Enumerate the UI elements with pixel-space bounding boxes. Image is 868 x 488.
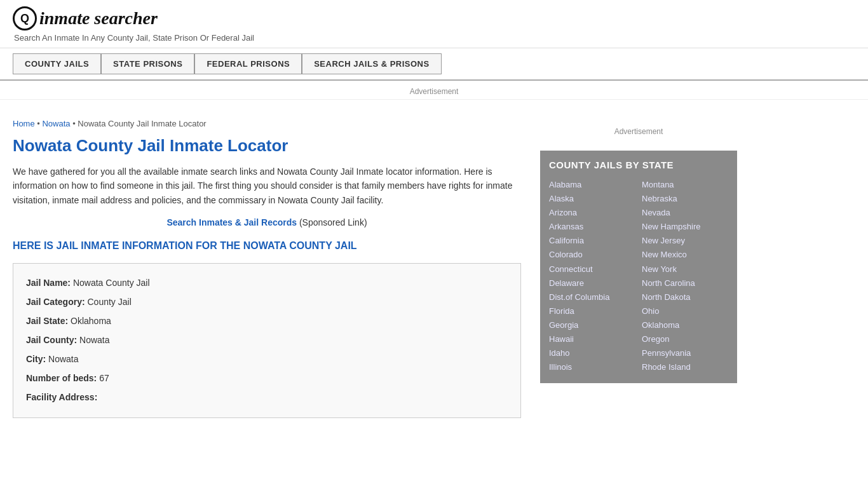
header: Q inmate searcher Search An Inmate In An… (0, 0, 868, 48)
state-north-dakota[interactable]: North Dakota (642, 290, 728, 304)
breadcrumb-home[interactable]: Home (13, 119, 35, 128)
sponsored-text: (Sponsored Link) (299, 217, 367, 227)
nav-state-prisons[interactable]: STATE PRISONS (101, 53, 194, 74)
nav-inner: COUNTY JAILS STATE PRISONS FEDERAL PRISO… (13, 53, 855, 74)
breadcrumb-current: Nowata County Jail Inmate Locator (78, 119, 206, 128)
breadcrumb-nowata[interactable]: Nowata (42, 119, 70, 128)
states-col1: Alabama Alaska Arizona Arkansas Californ… (549, 178, 635, 374)
state-oregon[interactable]: Oregon (642, 332, 728, 346)
logo-letter: Q (20, 12, 29, 25)
jail-name-value: Nowata County Jail (73, 278, 150, 288)
jail-category-row: Jail Category: County Jail (26, 293, 508, 311)
state-nevada[interactable]: Nevada (642, 206, 728, 220)
state-montana[interactable]: Montana (642, 178, 728, 192)
logo-area: Q inmate searcher (13, 6, 855, 30)
tagline: Search An Inmate In Any County Jail, Sta… (14, 33, 855, 43)
state-rhode-island[interactable]: Rhode Island (642, 360, 728, 374)
states-col2: Montana Nebraska Nevada New Hampshire Ne… (642, 178, 728, 374)
state-florida[interactable]: Florida (549, 304, 635, 318)
state-ohio[interactable]: Ohio (642, 304, 728, 318)
state-north-carolina[interactable]: North Carolina (642, 276, 728, 290)
state-new-hampshire[interactable]: New Hampshire (642, 220, 728, 234)
jail-category-label: Jail Category: (26, 297, 85, 307)
jail-beds-label: Number of beds: (26, 373, 97, 383)
info-box: Jail Name: Nowata County Jail Jail Categ… (13, 263, 521, 418)
state-pennsylvania[interactable]: Pennsylvania (642, 346, 728, 360)
state-alabama[interactable]: Alabama (549, 178, 635, 192)
state-dc[interactable]: Dist.of Columbia (549, 290, 635, 304)
state-idaho[interactable]: Idaho (549, 346, 635, 360)
nav-search-jails[interactable]: SEARCH JAILS & PRISONS (302, 53, 441, 74)
jail-city-value: Nowata (48, 354, 78, 364)
search-inmates-link[interactable]: Search Inmates & Jail Records (166, 217, 297, 227)
search-link-area: Search Inmates & Jail Records (Sponsored… (13, 217, 521, 227)
jail-county-label: Jail County: (26, 335, 77, 345)
state-georgia[interactable]: Georgia (549, 318, 635, 332)
jail-beds-row: Number of beds: 67 (26, 369, 508, 387)
jail-city-label: City: (26, 354, 46, 364)
jail-name-row: Jail Name: Nowata County Jail (26, 274, 508, 292)
state-new-mexico[interactable]: New Mexico (642, 248, 728, 262)
nav-bar: COUNTY JAILS STATE PRISONS FEDERAL PRISO… (0, 48, 868, 81)
county-jails-box: COUNTY JAILS BY STATE Alabama Alaska Ari… (540, 151, 737, 383)
logo-text: inmate searcher (39, 8, 158, 29)
nav-county-jails[interactable]: COUNTY JAILS (13, 53, 101, 74)
logo-icon: Q (13, 6, 37, 30)
jail-state-value: Oklahoma (71, 316, 111, 326)
state-delaware[interactable]: Delaware (549, 276, 635, 290)
state-arkansas[interactable]: Arkansas (549, 220, 635, 234)
jail-name-label: Jail Name: (26, 278, 71, 288)
state-illinois[interactable]: Illinois (549, 360, 635, 374)
jail-address-row: Facility Address: (26, 388, 508, 406)
jail-state-label: Jail State: (26, 316, 68, 326)
county-jails-title: COUNTY JAILS BY STATE (549, 159, 728, 170)
jail-state-row: Jail State: Oklahoma (26, 312, 508, 330)
logo-brand: inmate searcher (39, 8, 158, 28)
state-california[interactable]: California (549, 234, 635, 248)
content-area: Home • Nowata • Nowata County Jail Inmat… (13, 109, 540, 418)
state-alaska[interactable]: Alaska (549, 192, 635, 206)
state-new-york[interactable]: New York (642, 262, 728, 276)
sidebar: Advertisement COUNTY JAILS BY STATE Alab… (540, 109, 737, 418)
jail-city-row: City: Nowata (26, 350, 508, 368)
section-heading: HERE IS JAIL INMATE INFORMATION FOR THE … (13, 240, 521, 252)
page-title: Nowata County Jail Inmate Locator (13, 136, 521, 156)
state-new-jersey[interactable]: New Jersey (642, 234, 728, 248)
nav-federal-prisons[interactable]: FEDERAL PRISONS (194, 53, 302, 74)
state-oklahoma[interactable]: Oklahoma (642, 318, 728, 332)
jail-county-value: Nowata (79, 335, 109, 345)
state-arizona[interactable]: Arizona (549, 206, 635, 220)
states-grid: Alabama Alaska Arizona Arkansas Californ… (549, 178, 728, 374)
state-colorado[interactable]: Colorado (549, 248, 635, 262)
ad-banner: Advertisement (0, 81, 868, 100)
sidebar-ad: Advertisement (540, 122, 737, 141)
state-connecticut[interactable]: Connecticut (549, 262, 635, 276)
state-nebraska[interactable]: Nebraska (642, 192, 728, 206)
jail-address-label: Facility Address: (26, 392, 97, 402)
main-layout: Home • Nowata • Nowata County Jail Inmat… (0, 109, 868, 418)
breadcrumb: Home • Nowata • Nowata County Jail Inmat… (13, 119, 521, 128)
state-hawaii[interactable]: Hawaii (549, 332, 635, 346)
jail-category-value: County Jail (87, 297, 131, 307)
jail-county-row: Jail County: Nowata (26, 331, 508, 349)
jail-beds-value: 67 (99, 373, 109, 383)
intro-text: We have gathered for you all the availab… (13, 165, 521, 207)
